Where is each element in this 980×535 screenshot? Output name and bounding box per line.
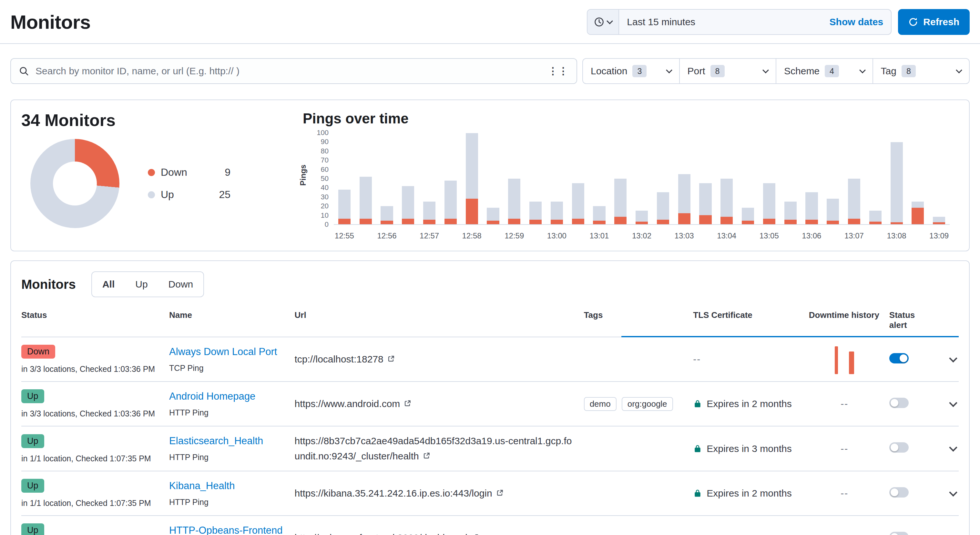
ping-bar-down-segment [742,220,754,224]
monitor-name-link[interactable]: Elasticsearch_Health [169,435,263,447]
filter-location[interactable]: Location 3 [583,59,679,83]
show-dates-button[interactable]: Show dates [822,10,891,34]
time-picker[interactable]: Last 15 minutes Show dates [587,9,892,35]
ping-bar [695,133,716,224]
search-toolbar: ⋮⋮ Location 3 Port 8 Scheme 4 Tag 8 [0,44,980,91]
status-filter-all[interactable]: All [92,272,125,297]
ping-bar-up-segment [891,142,903,222]
monitor-list-panel: Monitors All Up Down Status Name Url Tag… [10,260,970,535]
ping-bar-down-segment [444,219,457,224]
y-axis-label: 10 [321,211,329,220]
time-range-value[interactable]: Last 15 minutes [619,10,821,34]
tls-empty-value: -- [693,532,701,535]
monitor-name-link[interactable]: HTTP-Opbeans-Frontend [169,525,282,535]
clock-icon [594,17,604,27]
external-link-icon[interactable] [422,452,431,462]
monitor-name-link[interactable]: Always Down Local Port [169,346,277,358]
column-header-name: Name [169,310,294,330]
x-axis-label: 13:02 [632,231,651,240]
ping-bar-up-segment [444,180,457,219]
table-row: Up in 3/3 locations, Checked 1:03:36 PM … [21,382,959,426]
ping-bar-down-segment [593,220,605,224]
status-alert-toggle[interactable] [889,532,908,535]
x-axis-label: 12:56 [377,231,396,240]
monitor-count-section: 34 Monitors Down 9 Up 25 [21,110,293,240]
x-axis-label: 13:08 [887,231,906,240]
ping-bar [568,133,589,224]
filter-bar: Location 3 Port 8 Scheme 4 Tag 8 [582,58,970,84]
pings-chart-section: Pings over time Pings 010203040506070809… [293,110,959,240]
status-alert-toggle[interactable] [889,487,908,498]
search-input[interactable] [35,65,542,77]
ping-bar [440,133,461,224]
ping-bar-up-segment [827,199,839,220]
ping-bar-down-segment [572,219,584,224]
status-filter-up[interactable]: Up [125,272,158,297]
external-link-icon[interactable] [471,533,479,535]
column-header-tags: Tags [584,310,694,330]
tag-badge[interactable]: org:google [622,397,673,411]
ping-bar-up-segment [784,201,797,220]
search-box[interactable]: ⋮⋮ [10,58,577,84]
tls-cell: Expires in 2 months [693,488,809,499]
refresh-button[interactable]: Refresh [898,9,970,35]
status-alert-toggle[interactable] [889,398,908,408]
downtime-empty-value: -- [840,398,848,409]
table-row: Up in 3/3 locations, Checked 1:07:38 PM … [21,516,959,535]
expand-row-button[interactable] [948,396,959,412]
expand-row-button[interactable] [948,441,959,456]
header-scroll-indicator [621,336,959,337]
expand-row-button[interactable] [948,486,959,501]
pings-plot [334,133,950,225]
ping-bar-down-segment [402,219,414,224]
x-axis-label: 13:01 [589,231,609,240]
ping-bar-down-segment [466,199,478,224]
ping-bar-down-segment [657,220,669,224]
x-axis-label: 13:00 [547,231,566,240]
monitor-name-link[interactable]: Kibana_Health [169,480,235,492]
ping-bar [674,133,695,224]
time-quick-select-button[interactable] [587,10,619,34]
chevron-down-icon [762,67,769,73]
x-axis-label: 13:06 [802,231,821,240]
filter-tag[interactable]: Tag 8 [872,59,969,83]
downtime-bar [835,347,838,374]
x-axis-label: 13:04 [717,231,736,240]
status-alert-toggle[interactable] [889,353,908,363]
downtime-empty-value: -- [840,488,848,499]
filter-scheme[interactable]: Scheme 4 [776,59,872,83]
filter-port[interactable]: Port 8 [679,59,776,83]
ping-bar [589,133,610,224]
query-menu-icon[interactable]: ⋮⋮ [548,66,569,76]
downtime-cell: -- [809,532,889,535]
ping-bar-up-segment [593,206,605,220]
column-header-downtime: Downtime history [809,310,889,330]
monitor-url: tcp://localhost:18278 [295,354,383,364]
ping-bar [504,133,525,224]
ping-bar-down-segment [699,215,711,224]
monitor-type: HTTP Ping [169,498,285,507]
ping-bar [843,133,865,224]
legend-item-down[interactable]: Down 9 [148,166,231,178]
external-link-icon[interactable] [403,399,412,410]
filter-label: Port [687,65,705,77]
chevron-down-icon [606,18,613,24]
ping-bar-up-segment [933,217,945,222]
legend-item-up[interactable]: Up 25 [148,188,231,201]
downtime-cell: -- [809,488,889,499]
tag-badge[interactable]: demo [584,397,617,411]
expand-row-button[interactable] [948,352,959,367]
expand-row-button[interactable] [948,530,959,535]
status-alert-toggle[interactable] [889,442,908,453]
external-link-icon[interactable] [387,355,395,366]
external-link-icon[interactable] [495,489,504,500]
ping-bar-down-segment [869,222,881,224]
ping-bar-up-segment [805,192,818,220]
filter-count-badge: 3 [632,65,647,77]
tls-expiry-text: Expires in 2 months [706,488,791,499]
ping-bar-up-segment [869,211,881,222]
monitor-name-link[interactable]: Android Homepage [169,391,255,402]
status-filter-down[interactable]: Down [158,272,204,297]
legend-value: 25 [219,188,231,201]
ping-bar-up-segment [742,208,754,220]
